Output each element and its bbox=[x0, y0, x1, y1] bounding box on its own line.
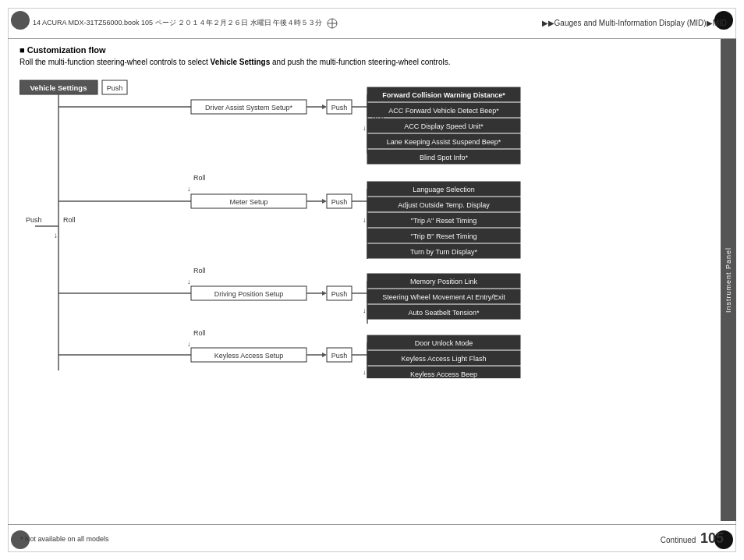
svg-marker-84 bbox=[322, 353, 327, 357]
footer-continued: Continued 105 bbox=[661, 530, 724, 547]
svg-text:Keyless Access Setup: Keyless Access Setup bbox=[214, 352, 284, 360]
svg-text:Forward Collision Warning Dist: Forward Collision Warning Distance* bbox=[382, 91, 505, 99]
footer-bar: * Not available on all models Continued … bbox=[8, 524, 736, 552]
crosshair-icon bbox=[17, 18, 28, 29]
svg-text:Memory Position Link: Memory Position Link bbox=[410, 278, 478, 285]
breadcrumb: ▶▶Gauges and Multi-Information Display (… bbox=[542, 19, 727, 27]
svg-marker-19 bbox=[322, 105, 327, 109]
file-info-text: 14 ACURA MDX-31TZ56000.book 105 ページ ２０１４… bbox=[33, 18, 322, 28]
section-title: ■ Customization flow bbox=[19, 45, 106, 55]
svg-text:Blind Spot Info*: Blind Spot Info* bbox=[420, 154, 469, 161]
svg-text:↓: ↓ bbox=[363, 368, 367, 376]
svg-text:"Trip B" Reset Timing: "Trip B" Reset Timing bbox=[410, 232, 477, 240]
svg-text:↓: ↓ bbox=[187, 185, 191, 193]
svg-text:Roll: Roll bbox=[193, 174, 206, 182]
svg-text:Driving Position Setup: Driving Position Setup bbox=[214, 290, 284, 298]
svg-text:Language Selection: Language Selection bbox=[413, 186, 475, 193]
svg-text:↓: ↓ bbox=[187, 278, 191, 285]
svg-text:Auto Seatbelt Tension*: Auto Seatbelt Tension* bbox=[409, 309, 480, 317]
svg-text:↓: ↓ bbox=[363, 307, 367, 314]
svg-text:Push: Push bbox=[26, 216, 42, 224]
svg-text:Driver Assist System Setup*: Driver Assist System Setup* bbox=[205, 104, 293, 112]
svg-text:ACC Forward Vehicle Detect Bee: ACC Forward Vehicle Detect Beep* bbox=[388, 107, 499, 115]
svg-text:↓: ↓ bbox=[187, 340, 191, 348]
svg-text:ACC Display Speed Unit*: ACC Display Speed Unit* bbox=[404, 122, 484, 130]
svg-text:Keyless Access Light Flash: Keyless Access Light Flash bbox=[401, 355, 486, 363]
main-content: ■ Customization flow Roll the multi-func… bbox=[12, 39, 717, 521]
svg-text:Turn by Turn Display*: Turn by Turn Display* bbox=[410, 248, 478, 256]
svg-marker-42 bbox=[322, 199, 327, 204]
svg-text:"Trip A" Reset Timing: "Trip A" Reset Timing bbox=[411, 217, 477, 225]
svg-text:Keyless Access Beep: Keyless Access Beep bbox=[410, 370, 477, 378]
svg-text:Push: Push bbox=[107, 84, 123, 92]
svg-text:Meter Setup: Meter Setup bbox=[229, 198, 267, 206]
page-number: 105 bbox=[700, 530, 724, 546]
svg-text:Roll: Roll bbox=[193, 267, 206, 275]
file-info: 14 ACURA MDX-31TZ56000.book 105 ページ ２０１４… bbox=[17, 18, 338, 29]
header-bar: 14 ACURA MDX-31TZ56000.book 105 ページ ２０１４… bbox=[8, 8, 736, 39]
svg-text:Roll: Roll bbox=[63, 216, 76, 224]
section-description: Roll the multi-function steering-wheel c… bbox=[19, 58, 709, 66]
side-tab-text: Instrument Panel bbox=[725, 247, 732, 313]
crosshair-icon-2 bbox=[327, 18, 338, 29]
side-tab: Instrument Panel bbox=[721, 39, 736, 521]
svg-text:Lane Keeping Assist Suspend Be: Lane Keeping Assist Suspend Beep* bbox=[387, 138, 501, 146]
svg-text:Push: Push bbox=[331, 352, 348, 360]
svg-text:↓: ↓ bbox=[363, 124, 367, 132]
svg-text:Adjust Outside Temp. Display: Adjust Outside Temp. Display bbox=[398, 201, 490, 209]
svg-text:Push: Push bbox=[331, 198, 348, 206]
svg-text:Vehicle Settings: Vehicle Settings bbox=[30, 83, 87, 92]
svg-text:Push: Push bbox=[331, 290, 348, 298]
svg-text:Steering Wheel Movement At Ent: Steering Wheel Movement At Entry/Exit bbox=[382, 293, 505, 301]
footer-note: * Not available on all models bbox=[20, 535, 109, 543]
svg-marker-65 bbox=[322, 291, 327, 296]
svg-text:↓: ↓ bbox=[363, 216, 367, 224]
svg-text:↓: ↓ bbox=[54, 231, 58, 239]
svg-text:Roll: Roll bbox=[193, 329, 206, 337]
flow-diagram: Vehicle Settings Push Push Roll ↓ Driver… bbox=[19, 74, 698, 378]
svg-text:Push: Push bbox=[331, 104, 348, 112]
svg-text:Door Unlock Mode: Door Unlock Mode bbox=[415, 339, 473, 347]
